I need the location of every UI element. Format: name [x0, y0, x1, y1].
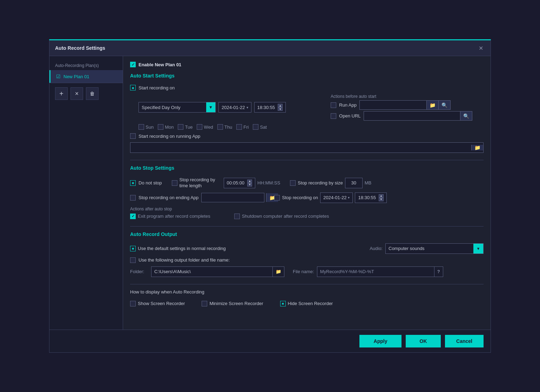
divider-3	[130, 284, 484, 284]
sidebar-bottom: + × 🗑	[49, 83, 123, 104]
time-length-spin[interactable]: ▲ ▼	[247, 180, 252, 187]
add-plan-button[interactable]: +	[55, 87, 68, 100]
actions-before-label: Actions before auto start	[331, 94, 472, 99]
folder-path: C:\Users\A\Music\	[151, 269, 272, 274]
auto-output-section: Auto Record Output Use the default setti…	[130, 231, 484, 277]
time-length-input[interactable]: 00:05:00 ▲ ▼	[224, 178, 256, 188]
start-on-running-row: Start recording on running App	[130, 133, 484, 139]
size-value-input[interactable]: 30	[345, 178, 363, 188]
exit-program-checkbox[interactable]	[130, 214, 136, 219]
shutdown-checkbox[interactable]	[234, 214, 240, 219]
schedule-type-dropdown[interactable]: Specified Day Only ▼	[139, 102, 216, 113]
stop-controls-row: Do not stop Stop recording by time lengt…	[130, 177, 484, 189]
use-default-label: Use the default settings in normal recor…	[138, 246, 226, 251]
start-time-input[interactable]: 18:30:55 ▲ ▼	[254, 102, 286, 113]
stop-time-input[interactable]: 18:30:55 ▲ ▼	[355, 192, 387, 203]
time-format-label: HH:MM:SS	[257, 180, 280, 185]
day-fri-checkbox[interactable]	[236, 124, 242, 130]
start-recording-checkbox[interactable]	[130, 85, 136, 90]
apply-button[interactable]: Apply	[359, 335, 401, 347]
stop-by-time-label: Stop recording by time length	[180, 177, 222, 189]
use-default-checkbox[interactable]	[130, 246, 136, 251]
stop-app-input[interactable]	[202, 193, 266, 202]
audio-dropdown[interactable]: Computer sounds ▼	[385, 243, 484, 254]
do-not-stop-checkbox[interactable]	[130, 180, 136, 186]
enable-plan-checkbox[interactable]	[130, 62, 136, 67]
use-custom-row: Use the following output folder and file…	[130, 257, 484, 263]
run-app-search-btn[interactable]: 🔍	[438, 101, 450, 109]
schedule-row: Specified Day Only ▼ 2024-01-22 ▾ 18:30:…	[130, 94, 484, 121]
dialog-title: Auto Record Settings	[55, 45, 105, 51]
time-spin[interactable]: ▲ ▼	[278, 104, 283, 111]
auto-output-title: Auto Record Output	[130, 231, 484, 238]
close-button[interactable]: ✕	[477, 44, 485, 52]
title-bar: Auto Record Settings ✕	[49, 40, 491, 56]
stop-on-ending-checkbox[interactable]	[130, 195, 136, 201]
day-tue-checkbox[interactable]	[178, 124, 183, 130]
audio-dropdown-arrow[interactable]: ▼	[473, 244, 483, 254]
minimize-recorder-row: Minimize Screen Recorder	[202, 301, 263, 306]
hide-recorder-checkbox[interactable]	[280, 301, 286, 306]
folder-row: Folder: C:\Users\A\Music\ 📁 File name: M…	[130, 266, 484, 277]
running-app-folder-btn[interactable]: 📁	[471, 145, 483, 150]
start-date-input[interactable]: 2024-01-22 ▾	[218, 102, 251, 113]
use-custom-label: Use the following output folder and file…	[139, 257, 230, 263]
stop-by-time-row: Stop recording by time length 00:05:00 ▲…	[172, 177, 281, 189]
stop-by-time-checkbox[interactable]	[172, 180, 177, 186]
stop-by-size-row: Stop recording by size 30 MB	[290, 178, 371, 188]
shutdown-row: Shutdown computer after record completes	[234, 214, 329, 219]
open-url-input[interactable]	[364, 111, 460, 120]
day-sat-checkbox[interactable]	[253, 124, 258, 130]
display-options-row: Show Screen Recorder Minimize Screen Rec…	[130, 301, 484, 306]
day-tue: Tue	[178, 124, 193, 130]
day-wed-checkbox[interactable]	[197, 124, 202, 130]
run-app-checkbox[interactable]	[331, 102, 336, 108]
day-sun-checkbox[interactable]	[139, 124, 144, 130]
post-stop-actions-row: Exit program after record completes Shut…	[130, 214, 484, 219]
running-app-input[interactable]	[130, 143, 471, 152]
output-top-row: Use the default settings in normal recor…	[130, 243, 484, 254]
auto-start-section: Auto Start Settings Start recording on S…	[130, 73, 484, 153]
audio-row: Audio: Computer sounds ▼	[370, 243, 484, 254]
day-mon-checkbox[interactable]	[158, 124, 163, 130]
file-name-help-btn[interactable]: ?	[434, 267, 443, 277]
run-app-input[interactable]	[360, 101, 426, 109]
open-url-checkbox[interactable]	[331, 113, 336, 119]
open-url-search-btn[interactable]: 🔍	[460, 111, 472, 120]
sidebar-item-label: New Plan 01	[63, 74, 89, 79]
minimize-recorder-checkbox[interactable]	[202, 301, 207, 306]
exit-program-label: Exit program after record completes	[138, 214, 210, 219]
stop-date-input[interactable]: 2024-01-22 ▾	[320, 192, 353, 203]
folder-label: Folder:	[130, 269, 148, 274]
start-on-running-checkbox[interactable]	[130, 133, 136, 139]
hide-recorder-row: Hide Screen Recorder	[280, 301, 333, 306]
day-thu-checkbox[interactable]	[217, 124, 223, 130]
file-name-label: File name:	[293, 269, 314, 274]
delete-plan-button[interactable]: 🗑	[86, 87, 99, 100]
use-custom-checkbox[interactable]	[130, 257, 136, 263]
day-sat: Sat	[253, 124, 267, 130]
day-mon: Mon	[158, 124, 174, 130]
bottom-bar: Apply OK Cancel	[49, 330, 491, 352]
stop-on-label: Stop recording on	[282, 195, 318, 200]
folder-input-group: C:\Users\A\Music\ 📁	[151, 266, 284, 277]
run-app-row: Run App 📁 🔍	[331, 100, 472, 110]
cancel-button[interactable]: Cancel	[445, 335, 484, 347]
day-thu: Thu	[217, 124, 232, 130]
day-sun: Sun	[139, 124, 154, 130]
folder-browse-btn[interactable]: 📁	[272, 267, 284, 277]
day-fri: Fri	[236, 124, 249, 130]
stop-on-date-checkbox[interactable]	[274, 195, 280, 201]
file-name-input[interactable]: MyRecord%Y-%M-%D-%T	[317, 269, 434, 274]
ok-button[interactable]: OK	[406, 335, 441, 347]
run-app-folder-btn[interactable]: 📁	[426, 101, 438, 109]
actions-before-area: Actions before auto start Run App 📁 🔍	[331, 94, 472, 121]
run-app-label: Run App	[339, 102, 357, 108]
show-recorder-checkbox[interactable]	[130, 301, 136, 306]
remove-plan-button[interactable]: ×	[70, 87, 83, 100]
day-mon-label: Mon	[165, 124, 174, 130]
stop-by-size-checkbox[interactable]	[290, 180, 296, 186]
sidebar-item-new-plan-01[interactable]: ☑ New Plan 01	[49, 70, 123, 83]
stop-time-spin[interactable]: ▲ ▼	[379, 194, 384, 201]
audio-label: Audio:	[370, 246, 383, 251]
